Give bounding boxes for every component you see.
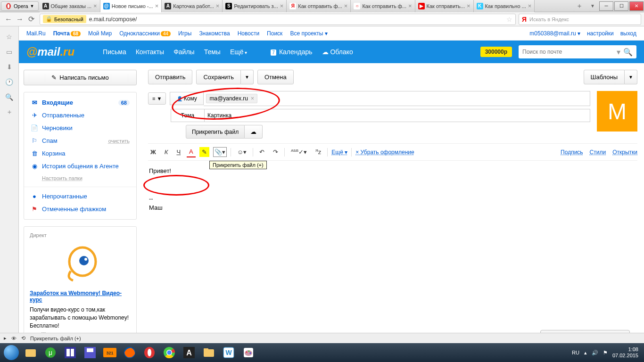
nav-calendar[interactable]: 7Календарь <box>271 48 312 56</box>
bookmark-icon[interactable]: ☆ <box>506 16 512 23</box>
bold-button[interactable]: Ж <box>148 147 158 157</box>
logout-link[interactable]: выход <box>620 30 636 37</box>
task-chrome[interactable] <box>160 344 179 361</box>
browser-tab[interactable]: KКак правильно ...× <box>474 0 535 12</box>
highlight-button[interactable]: ✎ <box>199 147 209 157</box>
forward-button[interactable]: → <box>14 14 25 25</box>
settings-link[interactable]: настройки <box>587 30 614 37</box>
browser-tab[interactable]: AКарточка работ...× <box>162 0 223 12</box>
tray-volume-icon[interactable]: 🔊 <box>592 350 598 356</box>
tray-action-icon[interactable]: ⚑ <box>603 350 608 356</box>
portal-ok[interactable]: Одноклассники44 <box>119 30 171 37</box>
yandex-search-field[interactable]: Я Искать в Яндекс <box>519 14 641 25</box>
task-save[interactable] <box>81 344 99 361</box>
back-button[interactable]: ← <box>3 14 14 25</box>
undo-button[interactable]: ↶ <box>257 147 267 157</box>
task-paint[interactable] <box>239 344 258 361</box>
folder-item[interactable]: ⚐Спамочистить <box>24 134 136 147</box>
history-icon[interactable]: 🕐 <box>5 77 14 87</box>
minimize-button[interactable]: ─ <box>599 1 613 11</box>
bookmarks-icon[interactable]: ☆ <box>5 32 14 41</box>
tray-lang[interactable]: RU <box>572 350 579 355</box>
task-opera[interactable] <box>140 344 159 361</box>
search-icon[interactable]: 🔍 <box>623 48 633 57</box>
text-color-button[interactable]: A <box>187 147 196 157</box>
folder-item[interactable]: ✉Входящие68 <box>24 96 136 109</box>
new-tab-button[interactable]: ＋ <box>572 2 586 10</box>
italic-button[interactable]: К <box>162 147 171 157</box>
portal-news[interactable]: Новости <box>238 30 259 37</box>
tab-close-icon[interactable]: × <box>280 2 284 9</box>
save-dropdown[interactable]: ▼ <box>241 70 254 84</box>
task-word[interactable]: W <box>219 344 238 361</box>
sync-icon[interactable]: ⟲ <box>21 335 25 341</box>
templates-button[interactable]: Шаблоны <box>584 70 625 84</box>
portal-mymir[interactable]: Мой Мир <box>88 30 112 37</box>
attach-file-button[interactable]: Прикрепить файл <box>186 125 245 139</box>
folder-item[interactable]: ◉История общения в Агенте <box>24 160 136 173</box>
folder-action-link[interactable]: очистить <box>108 138 130 144</box>
tray-clock[interactable]: 1:0807.02.2015 <box>612 346 638 359</box>
remove-formatting[interactable]: × Убрать оформление <box>355 149 414 156</box>
more-formatting[interactable]: Ещё ▾ <box>331 149 347 156</box>
tab-close-icon[interactable]: × <box>528 2 532 9</box>
recipient-chip[interactable]: ma@yandex.ru× <box>206 94 257 103</box>
browser-tab[interactable]: ▶Как отправить...× <box>415 0 474 12</box>
promo-banner[interactable]: 300000р <box>480 47 512 57</box>
mail-logo[interactable]: @mail.ru <box>26 45 74 58</box>
tab-menu-button[interactable]: ▼ <box>586 3 599 8</box>
nav-files[interactable]: Файлы <box>173 48 194 56</box>
search-dropdown-icon[interactable]: ▾ <box>617 48 620 57</box>
cards-link[interactable]: Открытки <box>612 149 637 156</box>
folder-item[interactable]: ●Непрочитанные <box>24 190 136 203</box>
folder-item[interactable]: 📄Черновики <box>24 122 136 134</box>
nav-contacts[interactable]: Контакты <box>136 48 164 56</box>
add-panel-icon[interactable]: ＋ <box>5 107 14 117</box>
subject-field[interactable] <box>205 109 590 122</box>
folder-item[interactable]: ✈Отправленные <box>24 109 136 122</box>
to-label-button[interactable]: Кому <box>170 92 204 105</box>
reload-button[interactable]: ⟳ <box>25 14 37 25</box>
underline-button[interactable]: Ч <box>174 147 183 157</box>
styles-link[interactable]: Стили <box>590 149 606 156</box>
signature-link[interactable]: Подпись <box>561 149 583 156</box>
browser-tab[interactable]: SРедактировать з...× <box>223 0 287 12</box>
search-panel-icon[interactable]: 🔍 <box>5 92 14 102</box>
zoom-icon[interactable]: 👁 <box>11 336 17 341</box>
nav-more[interactable]: Ещё <box>230 48 247 56</box>
portal-dating[interactable]: Знакомства <box>199 30 230 37</box>
browser-tab[interactable]: @Новое письмо -...× <box>100 0 162 12</box>
remove-recipient-icon[interactable]: × <box>251 95 254 102</box>
redo-button[interactable]: ↷ <box>271 147 281 157</box>
portal-mailru[interactable]: Mail.Ru <box>26 30 46 37</box>
templates-dropdown[interactable]: ▼ <box>625 70 637 84</box>
mail-search[interactable]: ▾ 🔍 <box>519 45 636 58</box>
save-button[interactable]: Сохранить <box>196 70 241 84</box>
attach-cloud-button[interactable]: ☁ <box>245 125 263 139</box>
browser-tab[interactable]: ○Как отправить ф...× <box>351 0 415 12</box>
downloads-icon[interactable]: ⬇ <box>5 62 14 72</box>
portal-all[interactable]: Все проекты ▾ <box>290 30 327 37</box>
tab-close-icon[interactable]: × <box>408 2 412 9</box>
translit-button[interactable]: Яz <box>313 147 323 157</box>
emoji-button[interactable]: ☺▾ <box>235 147 249 157</box>
user-email[interactable]: m050388@mail.ru ▾ <box>529 30 580 37</box>
task-totalcmd[interactable] <box>61 344 80 361</box>
folder-item[interactable]: 🗑Корзина <box>24 147 136 160</box>
task-explorer[interactable] <box>21 344 40 361</box>
portal-search[interactable]: Поиск <box>267 30 282 37</box>
nav-themes[interactable]: Темы <box>204 48 221 56</box>
message-body[interactable]: Привет! -- Маш <box>148 161 637 302</box>
portal-mail[interactable]: Почта68 <box>53 30 81 37</box>
url-field[interactable]: 🔒Безопасный e.mail.ru/compose/ ☆ <box>40 14 516 25</box>
browser-tab[interactable]: AОбщие заказы ...× <box>40 0 100 12</box>
task-firefox[interactable] <box>120 344 139 361</box>
nav-cloud[interactable]: ☁ Облако <box>322 48 353 56</box>
close-button[interactable]: ✕ <box>629 1 644 11</box>
notes-icon[interactable]: ▭ <box>5 47 14 57</box>
nav-letters[interactable]: Письма <box>103 48 126 56</box>
task-app-a[interactable]: A <box>180 344 198 361</box>
opera-menu-button[interactable]: Opera ▼ <box>1 1 39 11</box>
browser-tab[interactable]: ЯКак отправить ф...× <box>287 0 351 12</box>
task-utorrent[interactable]: μ <box>41 344 60 361</box>
